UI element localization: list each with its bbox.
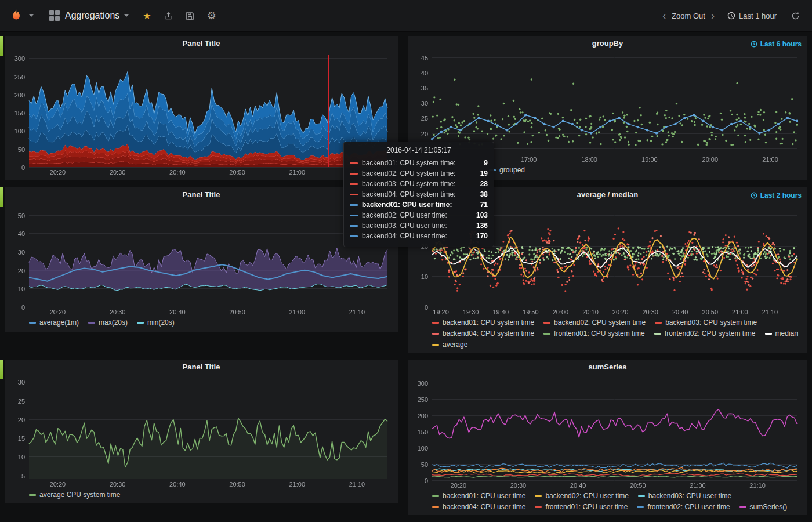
tooltip-series-value: 28 — [480, 180, 488, 188]
tooltip-series-row: backend03: CPU system time:28 — [350, 179, 488, 189]
refresh-button[interactable] — [785, 0, 806, 31]
legend-item[interactable]: frontend01: CPU user time — [535, 502, 628, 513]
legend-item[interactable]: backend03: CPU user time — [638, 491, 731, 502]
series-color-icon — [350, 194, 358, 195]
panel-legend: backend01: CPU system timebackend02: CPU… — [408, 316, 807, 350]
grafana-menu-button[interactable] — [0, 0, 42, 31]
settings-button[interactable]: ⚙ — [201, 0, 223, 31]
legend-item[interactable]: backend02: CPU user time — [535, 491, 628, 502]
legend-label: average — [443, 339, 467, 350]
panel-title[interactable]: Panel Title — [5, 36, 398, 51]
series-color-icon — [350, 162, 358, 164]
tooltip-series-value: 38 — [480, 190, 488, 198]
series-color-icon — [535, 495, 542, 497]
legend-label: backend01: CPU system time — [443, 317, 534, 328]
legend-label: frontend01: CPU system time — [554, 328, 645, 339]
legend-item[interactable]: backend04: CPU system time — [432, 328, 534, 339]
tooltip-series-value: 71 — [480, 201, 488, 209]
row-handle[interactable] — [0, 187, 3, 207]
panel-title[interactable]: sumSeries — [408, 360, 807, 375]
chart-canvas[interactable] — [9, 375, 393, 488]
series-color-icon — [432, 333, 439, 335]
legend-label: backend02: CPU system time — [554, 317, 646, 328]
chart-canvas[interactable] — [9, 51, 393, 176]
tooltip-series-label: backend02: CPU system time: — [362, 169, 476, 177]
dashboard-title: Aggregations — [65, 10, 119, 21]
row-handle[interactable] — [0, 360, 3, 379]
legend-label: max(20s) — [99, 317, 128, 328]
tooltip-series-row: backend04: CPU user time:170 — [350, 231, 488, 241]
tooltip-series-value: 170 — [476, 232, 488, 240]
tooltip-series-row: backend02: CPU system time:19 — [350, 168, 488, 179]
grafana-logo-icon — [8, 8, 24, 24]
caret-down-icon — [124, 14, 129, 17]
panel-sumseries: sumSeries backend01: CPU user timebacken… — [408, 360, 807, 515]
series-color-icon — [432, 495, 439, 497]
series-color-icon — [432, 322, 439, 324]
legend-label: average CPU system time — [39, 490, 120, 501]
save-icon — [186, 12, 194, 20]
legend-item[interactable]: median — [765, 328, 798, 339]
panel-top-left: Panel Title — [5, 36, 398, 180]
legend-label: frontend01: CPU user time — [545, 502, 628, 513]
clock-icon — [727, 12, 735, 20]
tooltip-series-value: 136 — [476, 222, 488, 230]
panel-mid-left: Panel Title average(1m)max(20s)min(20s) — [5, 187, 398, 332]
legend-item[interactable]: grouped — [489, 165, 525, 176]
share-button[interactable] — [158, 0, 179, 31]
legend-label: min(20s) — [147, 317, 175, 328]
tooltip-series-row: backend03: CPU user time:136 — [350, 220, 488, 231]
time-override-badge: Last 2 hours — [751, 191, 802, 200]
row-handle[interactable] — [0, 36, 3, 56]
tooltip-series-label: backend04: CPU user time: — [362, 232, 472, 240]
legend-item[interactable]: sumSeries() — [740, 502, 788, 513]
legend-item[interactable]: frontend01: CPU system time — [543, 328, 645, 339]
tooltip-series-label: backend01: CPU user time: — [362, 201, 476, 209]
panel-title[interactable]: groupBy — [408, 36, 807, 51]
legend-item[interactable]: backend03: CPU system time — [655, 317, 757, 328]
legend-item[interactable]: average CPU system time — [29, 490, 120, 501]
dashboard-picker-button[interactable]: Aggregations — [42, 0, 136, 31]
series-color-icon — [350, 173, 358, 175]
series-color-icon — [432, 344, 439, 346]
panel-bottom-left: Panel Title average CPU system time — [5, 360, 398, 503]
legend-item[interactable]: frontend02: CPU system time — [654, 328, 756, 339]
legend-item[interactable]: backend01: CPU user time — [432, 491, 525, 502]
time-override-label: Last 6 hours — [760, 40, 802, 48]
legend-item[interactable]: average — [432, 339, 467, 350]
panel-title[interactable]: Panel Title — [5, 360, 398, 375]
tooltip-series-label: backend03: CPU user time: — [362, 222, 472, 230]
series-color-icon — [535, 506, 542, 508]
tooltip-timestamp: 2016-04-14 21:05:17 — [350, 146, 488, 158]
legend-item[interactable]: backend02: CPU system time — [543, 317, 646, 328]
tooltip-series-label: backend02: CPU user time: — [362, 211, 472, 219]
series-color-icon — [543, 322, 550, 324]
star-button[interactable]: ★ — [136, 0, 157, 31]
crosshair-line — [328, 55, 329, 167]
legend-item[interactable]: average(1m) — [29, 317, 79, 328]
chart-canvas[interactable] — [9, 202, 393, 316]
legend-item[interactable]: min(20s) — [137, 317, 175, 328]
time-override-label: Last 2 hours — [760, 191, 802, 200]
refresh-icon — [791, 12, 800, 20]
series-color-icon — [543, 333, 550, 335]
time-range-label: Last 1 hour — [739, 12, 777, 20]
chart-canvas[interactable] — [412, 375, 803, 490]
legend-label: backend03: CPU system time — [665, 317, 757, 328]
dashboard-grid-icon — [49, 10, 60, 21]
panel-title[interactable]: Panel Title — [5, 187, 398, 202]
time-forward-button[interactable]: › — [706, 0, 719, 31]
legend-item[interactable]: frontend02: CPU user time — [637, 502, 730, 513]
time-override-badge: Last 6 hours — [751, 40, 802, 48]
zoom-out-button[interactable]: Zoom Out — [670, 12, 706, 20]
time-back-button[interactable]: ‹ — [658, 0, 670, 31]
time-range-button[interactable]: Last 1 hour — [719, 0, 785, 31]
legend-item[interactable]: backend04: CPU user time — [432, 502, 525, 513]
caret-down-icon — [29, 14, 34, 17]
series-color-icon — [740, 506, 746, 508]
series-color-icon — [350, 225, 358, 227]
save-button[interactable] — [179, 0, 201, 31]
legend-item[interactable]: max(20s) — [88, 317, 128, 328]
legend-item[interactable]: backend01: CPU system time — [432, 317, 534, 328]
tooltip-series-value: 103 — [476, 211, 488, 219]
